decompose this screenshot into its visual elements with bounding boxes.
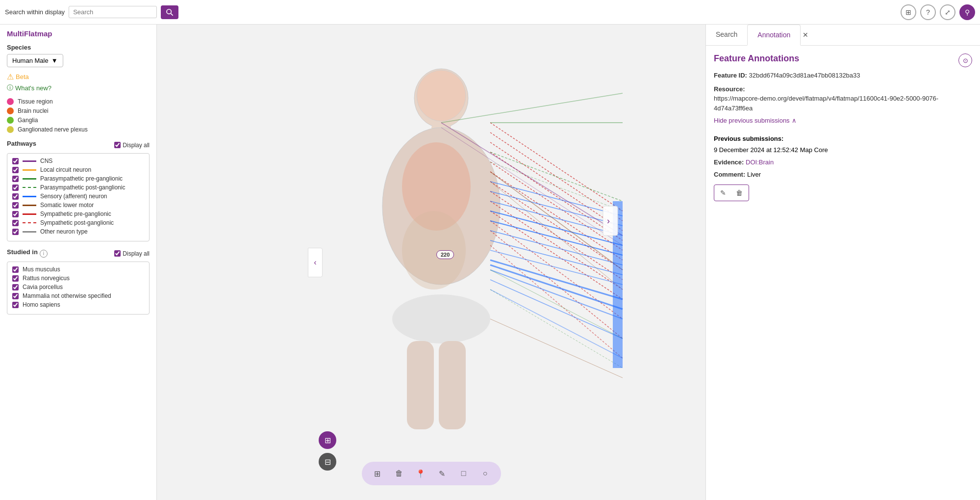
edit-annotation-btn[interactable]: ✎ (716, 187, 730, 199)
svg-line-31 (490, 240, 623, 275)
whats-new-label: What's new? (15, 84, 51, 92)
submission-evidence: Evidence: DOI:Brain (714, 158, 972, 168)
pathway-para-post: Parasympathetic post-ganglionic (12, 184, 144, 191)
mus-checkbox[interactable] (12, 266, 19, 273)
svg-point-5 (382, 128, 500, 285)
toolbar-location-btn[interactable]: 📍 (413, 466, 428, 481)
tab-annotation-close[interactable]: ✕ (801, 25, 810, 45)
tab-search[interactable]: Search (706, 25, 747, 45)
svg-line-12 (490, 123, 623, 211)
sym-post-swatch (23, 222, 36, 224)
pathway-sym-pre: Sympathetic pre-ganglionic (12, 211, 144, 217)
annotation-actions: ✎ 🗑 (714, 184, 749, 201)
toolbar-circle-btn[interactable]: ○ (477, 466, 493, 481)
hide-submissions-link[interactable]: Hide previous submissions ∧ (714, 117, 797, 124)
svg-line-29 (490, 221, 623, 255)
para-post-checkbox[interactable] (12, 184, 19, 191)
toolbar-monitor-btn[interactable]: ⊞ (370, 466, 385, 481)
studied-rattus: Rattus norvegicus (12, 275, 144, 282)
whats-new[interactable]: ⓘ What's new? (7, 83, 150, 92)
map-badge: 220 (436, 250, 454, 259)
local-swatch (23, 169, 36, 171)
evidence-link[interactable]: DOI:Brain (746, 158, 774, 166)
pathways-display-all-checkbox[interactable] (114, 142, 121, 148)
feature-annotations-title: Feature Annotations (714, 53, 972, 64)
svg-line-22 (490, 221, 623, 319)
studied-cavia: Cavia porcellus (12, 284, 144, 290)
svg-line-23 (490, 231, 623, 339)
somatic-swatch (23, 205, 36, 206)
delete-annotation-btn[interactable]: 🗑 (732, 187, 747, 199)
comment-label: Comment: (714, 171, 745, 178)
link-icon[interactable]: ⚲ (959, 4, 975, 20)
rattus-checkbox[interactable] (12, 275, 19, 282)
studied-info-icon[interactable]: i (40, 250, 48, 258)
legend-tissue: Tissue region (7, 98, 150, 105)
svg-line-21 (490, 211, 623, 299)
left-panel-collapse-btn[interactable]: ‹ (308, 248, 323, 277)
studied-display-all-checkbox[interactable] (114, 250, 121, 257)
sensory-checkbox[interactable] (12, 193, 19, 200)
cns-swatch (23, 160, 36, 162)
svg-point-6 (417, 70, 466, 121)
rattus-label: Rattus norvegicus (23, 275, 70, 282)
nerve-dot (7, 126, 14, 133)
other-checkbox[interactable] (12, 229, 19, 235)
pathway-cns: CNS (12, 158, 144, 164)
para-pre-checkbox[interactable] (12, 176, 19, 182)
species-selector[interactable]: Human Male ▼ (7, 54, 63, 67)
pathway-somatic: Somatic lower motor (12, 202, 144, 209)
pathway-other: Other neuron type (12, 228, 144, 235)
mammalia-checkbox[interactable] (12, 293, 19, 299)
svg-line-13 (490, 132, 623, 221)
toolbar-trash-btn[interactable]: 🗑 (391, 466, 407, 481)
sym-post-checkbox[interactable] (12, 220, 19, 226)
tab-search-label: Search (716, 30, 737, 38)
left-side-buttons: ⊞ ⊟ (319, 431, 336, 471)
local-checkbox[interactable] (12, 167, 19, 173)
toolbar-pencil-btn[interactable]: ✎ (434, 466, 450, 481)
svg-line-28 (490, 211, 623, 245)
svg-point-0 (167, 9, 171, 14)
pathway-local: Local circuit neuron (12, 166, 144, 173)
pathway-lines-svg: › (157, 25, 705, 500)
question-icon[interactable]: ? (920, 4, 936, 20)
warning-icon: ⚠ (7, 72, 14, 81)
studied-title-group: Studied in i (7, 248, 48, 259)
toolbar-square-btn[interactable]: □ (456, 466, 472, 481)
resource-label: Resource: (714, 85, 745, 93)
legend-brain: Brain nuclei (7, 107, 150, 114)
sym-pre-checkbox[interactable] (12, 211, 19, 217)
sensory-swatch (23, 196, 36, 197)
chevron-down-icon: ▼ (51, 57, 58, 64)
submission-date: 9 December 2024 at 12:52:42 (714, 146, 798, 154)
search-input[interactable] (69, 6, 157, 18)
somatic-checkbox[interactable] (12, 202, 19, 209)
center-map[interactable]: › 220 ‹ ⊞ ⊟ ⊞ 🗑 📍 ✎ □ ○ (157, 25, 705, 500)
beta-label: Beta (16, 73, 29, 80)
monitor-left-btn[interactable]: ⊞ (319, 431, 336, 449)
monitor-icon[interactable]: ⊞ (901, 4, 916, 20)
cns-checkbox[interactable] (12, 158, 19, 164)
pathway-sym-post: Sympathetic post-ganglionic (12, 219, 144, 226)
svg-line-48 (490, 319, 623, 378)
tab-annotation[interactable]: Annotation (747, 25, 801, 46)
expand-icon[interactable]: ⤢ (940, 4, 955, 20)
para-post-swatch (23, 187, 36, 188)
brain-dot (7, 107, 14, 114)
resource-value: https://mapcore-demo.org/devel/flatmap/v… (714, 95, 938, 112)
svg-line-16 (490, 162, 623, 250)
sensory-label: Sensory (afferent) neuron (40, 193, 107, 200)
copy-button[interactable]: ⊙ (958, 53, 972, 67)
svg-line-41 (490, 162, 623, 211)
pathways-display-all[interactable]: Display all (114, 142, 150, 149)
svg-line-15 (490, 152, 623, 240)
svg-line-27 (490, 201, 623, 236)
search-button[interactable] (161, 5, 178, 19)
monitor-2-btn[interactable]: ⊟ (319, 453, 336, 471)
cavia-checkbox[interactable] (12, 284, 19, 290)
studied-display-all[interactable]: Display all (114, 250, 150, 257)
homo-checkbox[interactable] (12, 302, 19, 308)
pathways-header: Pathways Display all (7, 140, 150, 150)
nerve-label: Ganglionated nerve plexus (18, 126, 88, 133)
